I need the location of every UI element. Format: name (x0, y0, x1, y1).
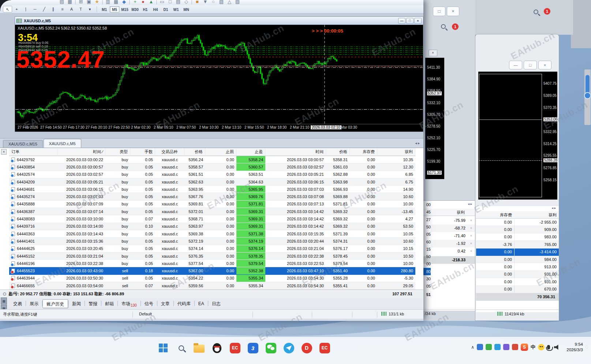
toolbar-icon-18[interactable]: ◇ (182, 0, 190, 5)
panel-close-button[interactable]: × (429, 50, 437, 56)
text-label-tool-icon[interactable]: T (76, 6, 85, 12)
red-d-app[interactable]: D (299, 341, 314, 355)
toolbar-icon-12[interactable]: ● (139, 0, 147, 5)
crosshair-tool-icon[interactable]: + (12, 6, 21, 12)
search-icon[interactable] (441, 24, 446, 29)
arrows-list-tool-icon[interactable]: ▾ (85, 6, 94, 12)
input-language-indicator[interactable]: 中 (531, 344, 535, 350)
history-row-64430854[interactable]: 644308542026.03.03 03:00:57buy0.05xauusd… (9, 163, 415, 171)
history-row-64466655[interactable]: 644666552026.03.03 03:54:00sell0.07xauus… (9, 282, 415, 289)
telegram-app[interactable] (281, 341, 296, 355)
terminal-tab-市场[interactable]: 市场130 (118, 299, 141, 308)
toolbar-icon-4[interactable]: ▣ (85, 0, 93, 5)
result-row[interactable]: 0.00909.00 (476, 226, 559, 233)
timeframe-D1[interactable]: D1 (161, 6, 171, 12)
window3-close-button[interactable]: × (538, 61, 551, 69)
status-profile[interactable]: Default (139, 312, 152, 316)
chart-window-titlebar[interactable]: XAUUSD.c,M5 — □ × (15, 17, 423, 25)
column-header-5[interactable]: 价格 (184, 148, 205, 156)
tray-app-icon-0[interactable] (477, 344, 483, 350)
timeframe-M30[interactable]: M30 (130, 6, 140, 12)
blue-app[interactable]: 3 (246, 341, 260, 355)
column-header-1[interactable]: 时间 ∕ (58, 148, 105, 156)
close-trade-button[interactable]: × (470, 240, 472, 247)
toolbar-icon-1[interactable]: ▦ (66, 0, 74, 5)
docked-panel-tab[interactable]: ▦ (1, 297, 7, 304)
terminal-tab-代码库[interactable]: 代码库 (174, 299, 194, 308)
result-row[interactable]: 0.00913.00 (476, 263, 559, 270)
toolbar-icon-22[interactable]: ○ (209, 0, 217, 5)
terminal-tab-邮箱[interactable]: 邮箱 (101, 299, 117, 308)
history-row-64434681[interactable]: 644346812026.03.03 03:06:15buy0.05xauusd… (9, 186, 415, 193)
toolbar-icon-25[interactable]: ▨ (233, 0, 242, 5)
toolbar-icon-3[interactable]: ⊞ (77, 0, 85, 5)
terminal-tab-日志[interactable]: 日志 (208, 299, 224, 308)
history-row-64440363[interactable]: 644403632026.03.03 03:14:43buy0.05xauusd… (9, 230, 415, 238)
open-trade-row[interactable]: -71.40× (431, 232, 475, 240)
fibonacci-retracement-tool-icon[interactable]: ≡ (58, 6, 67, 12)
terminal-tab-信号[interactable]: 信号 (141, 299, 157, 308)
column-header-profit[interactable]: 获利 (514, 211, 559, 219)
window2-maximize-button[interactable]: □ (433, 7, 445, 16)
toolbar-icon-5[interactable]: ★ (93, 0, 101, 5)
tray-app-icon-3[interactable] (503, 344, 509, 350)
chart-tab-XAUUSD.c,M5[interactable]: XAUUSD.c,M5 (44, 139, 81, 148)
terminal-tab-展示[interactable]: 展示 (26, 299, 42, 308)
column-header-swap[interactable]: 库存费 (476, 211, 514, 219)
toolbar-icon-13[interactable]: ▲ (147, 0, 155, 5)
chart-minimize-button[interactable]: — (398, 18, 405, 24)
timeframe-W1[interactable]: W1 (171, 6, 181, 12)
sogou-input-icon[interactable]: S (521, 344, 528, 351)
history-row-64441401[interactable]: 644414012026.03.03 03:15:36buy0.05xauusd… (9, 238, 415, 245)
result-row[interactable]: 0.00984.00 (476, 256, 559, 263)
column-header-7[interactable]: 止盈 (236, 148, 265, 156)
qq-app[interactable] (210, 341, 224, 355)
timeframe-H1[interactable]: H1 (141, 6, 150, 12)
column-header-2[interactable]: 类型 (105, 148, 130, 156)
history-row-64438083[interactable]: 644380832026.03.03 03:10:00buy0.07xauusd… (9, 215, 415, 223)
vertical-line-tool-icon[interactable]: ∣ (21, 6, 30, 12)
column-header-3[interactable]: 手数 (130, 148, 155, 156)
microphone-icon[interactable] (547, 345, 550, 349)
terminal-close-button[interactable]: × (1, 149, 7, 155)
history-row-64444625[interactable]: 644446252026.03.03 03:20:45buy0.05xauusd… (9, 245, 415, 253)
search-button[interactable] (174, 341, 188, 355)
window2-close-button[interactable]: × (447, 7, 459, 16)
toolbar-icon-11[interactable]: + (131, 0, 139, 5)
toolbar-icon-23[interactable]: ▧ (217, 0, 225, 5)
result-row[interactable]: 0.00931.00 (476, 278, 559, 285)
timeframe-M15[interactable]: M15 (120, 6, 130, 12)
result-row[interactable]: 0.00931.00 (476, 271, 559, 278)
timeframe-M5[interactable]: M5 (110, 6, 119, 12)
result-row[interactable]: -3.76765.00 (476, 241, 559, 248)
toolbar-icon-20[interactable]: ■ (193, 0, 201, 5)
tab-scroll-arrows[interactable]: ◂ ▸ (415, 141, 420, 145)
tray-app-icon-4[interactable] (512, 344, 518, 350)
file-explorer-button[interactable] (192, 341, 206, 355)
column-header-10[interactable]: 库存费 (350, 148, 377, 156)
toolbar-icon-9[interactable]: ◆ (120, 0, 128, 5)
tray-app-icon-2[interactable] (494, 344, 501, 350)
column-header-4[interactable]: 交易品种 (155, 148, 184, 156)
timeframe-M1[interactable]: M1 (100, 6, 109, 12)
result-row[interactable]: 0.00670.00 (476, 286, 559, 293)
open-trade-row[interactable]: 0.42× (431, 247, 475, 255)
terminal-tab-新闻[interactable]: 新闻 (68, 299, 85, 308)
open-trade-row[interactable]: -68.72× (431, 224, 475, 232)
open-trade-row[interactable]: -1.92× (431, 240, 475, 247)
toolbar-icon-15[interactable]: ▭ (158, 0, 166, 5)
terminal-tab-交易[interactable]: 交易 (10, 299, 26, 308)
column-header-9[interactable]: 价格 (326, 148, 350, 156)
scrollbar-thumb[interactable] (586, 75, 590, 95)
history-row-64463944[interactable]: 644639442026.03.03 03:50:30sell0.05xauus… (9, 275, 415, 282)
history-row-64434209[interactable]: 644342092026.03.03 03:05:21buy0.05xauusd… (9, 178, 415, 186)
column-header-8[interactable]: 时间 (265, 148, 326, 156)
column-header-0[interactable]: 订单 (9, 148, 58, 156)
history-row-64445152[interactable]: 644451522026.03.03 03:21:04buy0.05xauusd… (9, 253, 415, 260)
ec-app-2[interactable]: EC (317, 341, 332, 355)
window3-maximize-button[interactable]: □ (524, 61, 537, 69)
cursor-tool-icon[interactable]: ↖ (3, 6, 12, 12)
terminal-tab-EA[interactable]: EA (195, 299, 208, 308)
window3-minimize-button[interactable]: — (509, 61, 522, 69)
timeframe-H4[interactable]: H4 (151, 6, 160, 12)
